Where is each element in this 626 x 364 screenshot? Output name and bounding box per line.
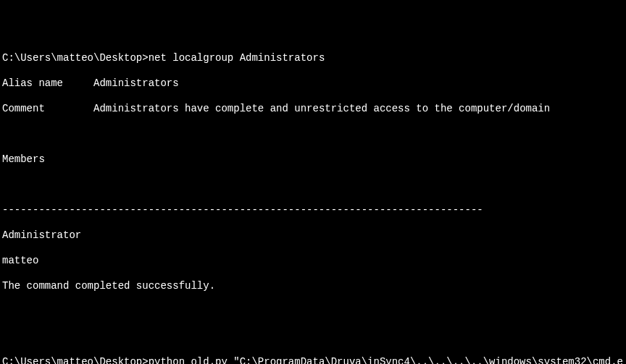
blank-line xyxy=(2,331,624,344)
command-input: net localgroup Administrators xyxy=(149,52,325,64)
output-line: Comment Administrators have complete and… xyxy=(2,103,624,116)
blank-line xyxy=(2,179,624,192)
separator-line: ----------------------------------------… xyxy=(2,204,624,217)
blank-line xyxy=(2,305,624,318)
member-line: Administrator xyxy=(2,229,624,242)
completion-line: The command completed successfully. xyxy=(2,280,624,293)
prompt: C:\Users\matteo\Desktop> xyxy=(2,356,149,364)
output-line: Alias name Administrators xyxy=(2,77,624,90)
member-line: matteo xyxy=(2,255,624,268)
output-line: Members xyxy=(2,153,624,166)
terminal-output[interactable]: C:\Users\matteo\Desktop>net localgroup A… xyxy=(2,52,624,364)
prompt: C:\Users\matteo\Desktop> xyxy=(2,52,149,64)
blank-line xyxy=(2,128,624,141)
